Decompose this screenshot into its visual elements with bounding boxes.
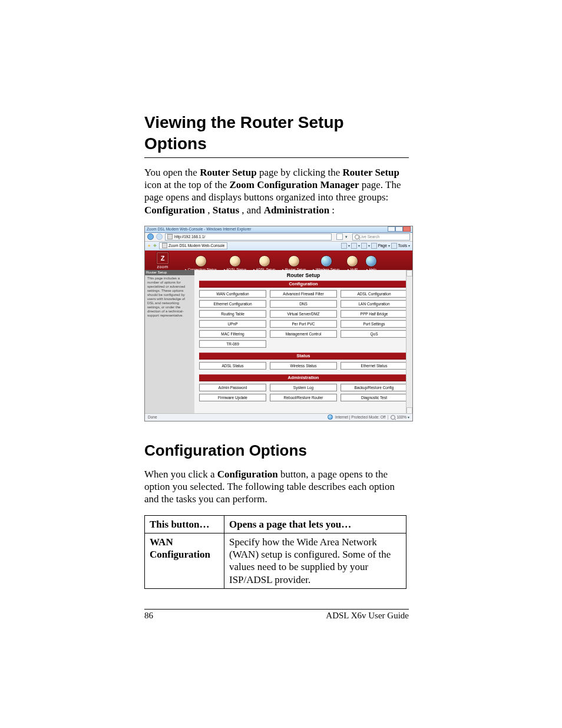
virtual-server-dmz-button[interactable]: Virtual Server/DMZ xyxy=(270,310,337,318)
tools-menu-label[interactable]: Tools xyxy=(398,243,407,248)
router-setup-screenshot: Zoom DSL Modem Web-Console - Windows Int… xyxy=(144,226,413,421)
nav-item-adsl-setup[interactable]: ▸ ADSL Setup xyxy=(251,255,277,271)
adsl-status-button[interactable]: ADSL Status xyxy=(199,362,266,370)
feeds-icon[interactable] xyxy=(351,243,357,249)
text: , and xyxy=(242,205,263,216)
wrench-icon xyxy=(288,255,300,267)
port-settings-button[interactable]: Port Settings xyxy=(340,320,408,328)
text: You open the xyxy=(144,167,200,178)
minimize-icon[interactable] xyxy=(388,226,395,232)
text-bold: Zoom Configuration Manager xyxy=(229,179,359,190)
phone-icon xyxy=(346,255,358,267)
table-header-desc: Opens a page that lets you… xyxy=(224,515,406,533)
wireless-icon xyxy=(320,255,332,267)
ethernet-status-button[interactable]: Ethernet Status xyxy=(340,362,408,370)
scrollbar[interactable] xyxy=(406,270,412,414)
page-title: Router Setup xyxy=(199,272,408,278)
section-administration: Administration xyxy=(199,374,408,381)
page-menu-label[interactable]: Page xyxy=(378,243,387,248)
wrench-icon xyxy=(259,255,270,267)
add-favorite-icon[interactable]: ✚ xyxy=(153,243,157,248)
administration-grid: Admin Password System Log Backup/Restore… xyxy=(199,381,408,406)
mac-filtering-button[interactable]: MAC Filtering xyxy=(199,330,266,338)
zoom-control[interactable]: 100% ▾ xyxy=(388,415,409,420)
refresh-icon[interactable] xyxy=(336,233,343,240)
main-panel: Router Setup Configuration WAN Configura… xyxy=(194,270,412,414)
routing-table-button[interactable]: Routing Table xyxy=(199,310,266,318)
ethernet-configuration-button[interactable]: Ethernet Configuration xyxy=(199,300,266,308)
heading-viewing: Viewing the Router Setup Options xyxy=(144,112,409,158)
options-table: This button… Opens a page that lets you…… xyxy=(144,515,406,589)
admin-password-button[interactable]: Admin Password xyxy=(199,384,266,391)
text-bold: Status xyxy=(213,205,239,216)
magnifier-icon xyxy=(391,415,395,420)
window-title: Zoom DSL Modem Web-Console - Windows Int… xyxy=(147,227,251,231)
per-port-pvc-button[interactable]: Per Port PVC xyxy=(270,320,337,328)
upnp-button[interactable]: UPnP xyxy=(199,320,266,328)
table-row: WAN Configuration Specify how the Wide A… xyxy=(145,533,406,588)
maximize-icon[interactable] xyxy=(395,226,403,232)
search-placeholder: Live Search xyxy=(359,235,379,239)
window-controls xyxy=(388,226,411,232)
search-box[interactable]: Live Search xyxy=(352,233,410,241)
heading-configuration-options: Configuration Options xyxy=(144,442,409,460)
nav-item-adsl-status[interactable]: ▸ ADSL Status xyxy=(222,255,249,271)
guide-title: ADSL X6v User Guide xyxy=(326,611,409,621)
sidebar: Router Setup This page includes a number… xyxy=(145,270,194,414)
advanced-firewall-button[interactable]: Advanced Firewall Filter xyxy=(270,290,337,298)
nav-item-connection-status[interactable]: ▸ Connection Status xyxy=(183,255,219,271)
close-icon[interactable] xyxy=(403,226,411,232)
dropdown-icon[interactable]: ▾ xyxy=(345,235,348,239)
tr069-button[interactable]: TR-069 xyxy=(199,340,266,348)
text: icon at the top of the xyxy=(144,179,229,190)
print-icon[interactable] xyxy=(361,243,367,249)
system-log-button[interactable]: System Log xyxy=(270,384,337,391)
nav-item-help[interactable]: ▸ Help xyxy=(363,255,379,271)
backup-restore-config-button[interactable]: Backup/Restore Config xyxy=(340,384,408,391)
back-icon[interactable] xyxy=(147,233,154,240)
firmware-update-button[interactable]: Firmware Update xyxy=(199,394,266,401)
sidebar-text: This page includes a number of options f… xyxy=(147,276,192,318)
configuration-grid: WAN Configuration Advanced Firewall Filt… xyxy=(199,288,408,353)
internet-zone-icon xyxy=(328,414,333,420)
chevron-down-icon: ▾ xyxy=(408,415,409,419)
text-bold: Router Setup xyxy=(200,167,257,178)
wan-configuration-button[interactable]: WAN Configuration xyxy=(199,290,266,298)
adsl-configuration-button[interactable]: ADSL Configuration xyxy=(340,290,408,298)
management-control-button[interactable]: Management Control xyxy=(270,330,337,338)
ie-toolbar: ▾ ▾ ▾ Page▾ Tools▾ xyxy=(341,243,410,249)
text-bold: Administration xyxy=(264,205,329,216)
favorites-icon[interactable]: ★ xyxy=(147,243,151,248)
nav-item-wireless-setup[interactable]: ▸ Wireless Setup xyxy=(310,255,342,271)
ppp-half-bridge-button[interactable]: PPP Half Bridge xyxy=(340,310,408,318)
page-icon xyxy=(162,243,167,248)
reboot-restore-router-button[interactable]: Reboot/Restore Router xyxy=(270,394,337,401)
text: page by clicking the xyxy=(259,167,343,178)
text: When you click a xyxy=(144,469,217,480)
section-status: Status xyxy=(199,353,408,360)
nav-item-voip[interactable]: ▸ VoIP xyxy=(344,255,361,271)
page-icon xyxy=(167,234,173,239)
tab-title: Zoom DSL Modem Web-Console xyxy=(168,243,224,248)
page-menu-icon[interactable] xyxy=(371,243,377,249)
diagnostic-test-button[interactable]: Diagnostic Test xyxy=(340,394,408,401)
wireless-status-button[interactable]: Wireless Status xyxy=(270,362,337,370)
page-footer: 86 ADSL X6v User Guide xyxy=(144,609,409,621)
text: , xyxy=(207,205,213,216)
search-icon xyxy=(355,235,359,239)
window-titlebar: Zoom DSL Modem Web-Console - Windows Int… xyxy=(145,226,412,233)
qos-button[interactable]: QoS xyxy=(340,330,408,338)
browser-tab[interactable]: Zoom DSL Modem Web-Console xyxy=(159,242,227,249)
intro-paragraph: You open the Router Setup page by clicki… xyxy=(144,166,409,216)
home-icon[interactable] xyxy=(341,243,347,249)
gauge-icon xyxy=(229,255,241,267)
nav-item-router-setup[interactable]: ▸ Router Setup xyxy=(280,255,308,271)
forward-icon[interactable] xyxy=(156,233,163,240)
lan-configuration-button[interactable]: LAN Configuration xyxy=(340,300,408,308)
zoom-value: 100% xyxy=(396,415,406,419)
zoom-logo-text: zoom xyxy=(145,265,180,269)
dns-button[interactable]: DNS xyxy=(270,300,337,308)
address-bar[interactable]: http://192.168.1.1/ xyxy=(165,233,332,241)
tools-menu-icon[interactable] xyxy=(391,243,397,249)
browser-status-bar: Done Internet | Protected Mode: Off 100%… xyxy=(145,413,412,421)
